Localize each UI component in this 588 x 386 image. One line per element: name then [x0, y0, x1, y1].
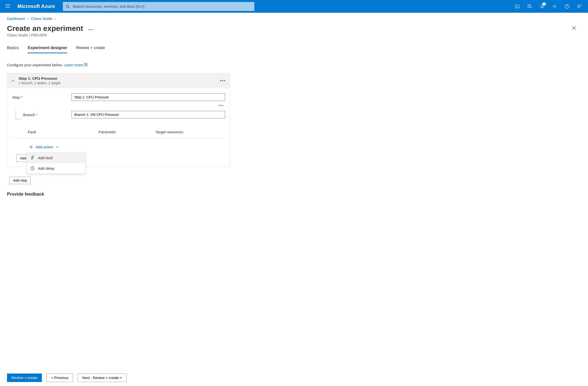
- add-action-dropdown: Add fault Add delay: [27, 152, 86, 174]
- step-more-button[interactable]: •••: [220, 78, 226, 83]
- filter-icon: [527, 4, 532, 9]
- lightning-icon: [30, 155, 34, 160]
- th-fault: Fault: [28, 130, 98, 134]
- directory-filter-button[interactable]: [524, 0, 536, 12]
- chevron-right-icon: ›: [27, 17, 28, 21]
- search-box[interactable]: [63, 2, 254, 11]
- gear-icon: [552, 4, 557, 9]
- plus-icon: [29, 145, 33, 149]
- step-body: Step * ••• Branch * Fault: [7, 88, 230, 166]
- config-text: Configure your experiment below. Learn m…: [7, 63, 579, 67]
- branch-field-row: Branch *: [12, 111, 225, 118]
- search-input[interactable]: [72, 4, 251, 8]
- feedback-button[interactable]: [574, 0, 586, 12]
- help-icon: [565, 4, 569, 9]
- chevron-up-icon: [11, 79, 15, 82]
- step-name-input[interactable]: [72, 93, 225, 101]
- topbar: Microsoft Azure 2: [0, 0, 588, 13]
- previous-button[interactable]: < Previous: [46, 374, 73, 382]
- tabs: Basics Experiment designer Review + crea…: [7, 46, 581, 53]
- settings-button[interactable]: [549, 0, 561, 12]
- svg-line-1: [69, 7, 70, 8]
- branch-more-button[interactable]: •••: [218, 103, 224, 107]
- collapse-step-button[interactable]: [11, 78, 15, 83]
- feedback-icon: [577, 4, 582, 9]
- close-button[interactable]: [571, 24, 578, 32]
- content-area: Dashboard › Chaos Studio › Create an exp…: [0, 13, 588, 386]
- scroll-area[interactable]: Configure your experiment below. Learn m…: [7, 63, 581, 370]
- th-parameter: Parameter: [98, 130, 155, 134]
- search-container: [63, 2, 254, 11]
- external-link-icon: [84, 63, 87, 67]
- page-title-row: Create an experiment •••: [7, 24, 581, 33]
- th-target: Target resources: [155, 130, 183, 134]
- svg-point-4: [554, 6, 555, 7]
- breadcrumb: Dashboard › Chaos Studio ›: [7, 17, 581, 21]
- fault-table-header: Fault Parameter Target resources: [12, 121, 225, 138]
- tab-experiment-designer[interactable]: Experiment designer: [28, 46, 67, 53]
- tab-basics[interactable]: Basics: [7, 46, 19, 53]
- branch-label: Branch *: [12, 113, 72, 117]
- tab-review-create[interactable]: Review + create: [76, 46, 105, 53]
- page-title: Create an experiment: [7, 24, 83, 33]
- step-field-row: Step *: [12, 93, 225, 101]
- help-button[interactable]: [561, 0, 573, 12]
- step-header-subtitle: 1 branch, 1 action, 1 target: [19, 81, 220, 85]
- page-title-more-button[interactable]: •••: [88, 25, 93, 32]
- breadcrumb-dashboard[interactable]: Dashboard: [7, 17, 25, 21]
- close-icon: [572, 26, 576, 30]
- cloud-shell-button[interactable]: [511, 0, 523, 12]
- brand-logo[interactable]: Microsoft Azure: [13, 3, 63, 9]
- step-header: Step 1: CPU Pressure 1 branch, 1 action,…: [7, 73, 230, 88]
- clock-icon: [30, 166, 34, 170]
- add-step-button[interactable]: Add step: [9, 177, 31, 184]
- svg-point-6: [578, 5, 580, 6]
- feedback-heading: Provide feedback: [7, 192, 579, 197]
- breadcrumb-chaos-studio[interactable]: Chaos Studio: [31, 17, 53, 21]
- notifications-button[interactable]: 2: [536, 0, 548, 12]
- add-delay-item[interactable]: Add delay: [27, 163, 85, 173]
- step-label: Step *: [12, 95, 72, 99]
- hamburger-menu[interactable]: [2, 2, 13, 11]
- next-button[interactable]: Next : Review + create >: [78, 374, 127, 382]
- svg-point-0: [66, 5, 69, 7]
- branch-name-input[interactable]: [72, 111, 225, 118]
- svg-rect-2: [515, 5, 519, 8]
- cloud-shell-icon: [515, 5, 519, 8]
- footer-actions: Review + create < Previous Next : Review…: [7, 370, 581, 386]
- add-action-button[interactable]: Add action: [29, 145, 59, 149]
- topbar-actions: 2: [511, 0, 586, 12]
- learn-more-link[interactable]: Learn more: [64, 63, 83, 67]
- add-fault-item[interactable]: Add fault: [27, 153, 85, 163]
- chevron-down-icon: [56, 146, 59, 148]
- step-panel: Step 1: CPU Pressure 1 branch, 1 action,…: [7, 73, 230, 167]
- search-icon: [66, 4, 70, 8]
- step-header-title: Step 1: CPU Pressure: [19, 76, 220, 80]
- hamburger-icon: [5, 4, 10, 8]
- page-subtitle: Chaos Studio | PREVIEW: [7, 33, 581, 37]
- notification-badge: 2: [542, 2, 546, 6]
- review-create-button[interactable]: Review + create: [7, 374, 42, 382]
- chevron-right-icon: ›: [55, 17, 56, 21]
